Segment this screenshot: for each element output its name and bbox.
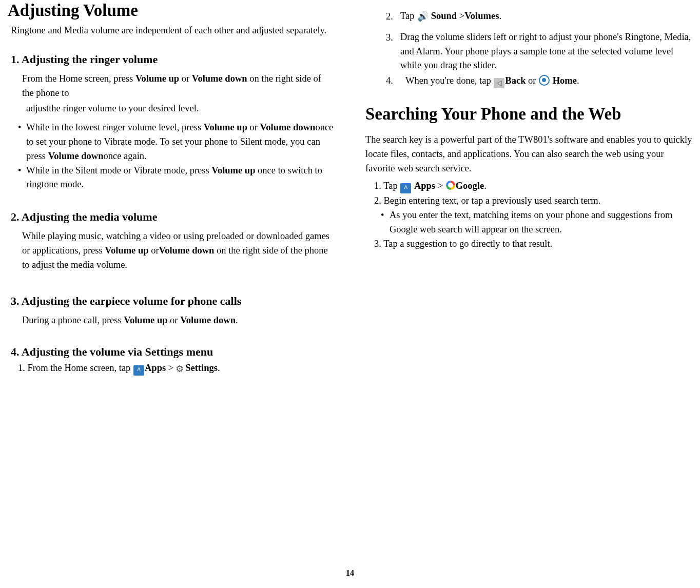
bold: Apps bbox=[414, 181, 435, 191]
bullet-item: • While in the Silent mode or Vibrate mo… bbox=[8, 164, 335, 192]
t: or bbox=[149, 245, 159, 256]
intro-left: Ringtone and Media volume are independen… bbox=[8, 24, 335, 38]
bold: Volume up bbox=[105, 245, 148, 256]
step-text: Tap 🔊 Sound >Volumes. bbox=[400, 9, 692, 24]
t: 2. Begin entering text, or tap a previou… bbox=[374, 194, 692, 208]
step-text: 3. Tap a suggestion to go directly to th… bbox=[374, 237, 692, 251]
bold: Volume up bbox=[124, 315, 167, 325]
step4-item: 4. When you're done, tap ◁Back or Home. bbox=[365, 74, 692, 88]
t: > bbox=[166, 363, 173, 373]
settings-icon: ⚙ bbox=[174, 364, 185, 374]
bullet-text: While in the Silent mode or Vibrate mode… bbox=[26, 164, 335, 192]
section4-heading: 4. Adjusting the volume via Settings men… bbox=[8, 343, 335, 360]
t: 1. Tap bbox=[374, 181, 400, 191]
t: or bbox=[179, 73, 192, 84]
bold: Volume up bbox=[211, 165, 255, 175]
t: . bbox=[577, 75, 579, 86]
t: Tap bbox=[400, 11, 417, 21]
bullet-text: As you enter the text, matching items on… bbox=[390, 208, 692, 237]
bullet-item: • While in the lowest ringer volume leve… bbox=[8, 121, 335, 163]
section2-para: While playing music, watching a video or… bbox=[8, 229, 335, 272]
step2-item: 2. Tap 🔊 Sound >Volumes. bbox=[365, 9, 692, 24]
main-heading-right: Searching Your Phone and the Web bbox=[365, 104, 692, 125]
bullet-dot: • bbox=[18, 121, 26, 163]
bold: Volume down bbox=[48, 151, 104, 161]
section1-para: From the Home screen, press Volume up or… bbox=[8, 72, 335, 101]
t: > bbox=[435, 181, 443, 191]
step-num: 2. bbox=[386, 9, 400, 24]
main-heading-left: Adjusting Volume bbox=[8, 0, 335, 21]
bold: Volume down bbox=[260, 122, 316, 132]
bold: Back bbox=[505, 75, 526, 86]
section1-heading: 1. Adjusting the ringer volume bbox=[8, 51, 335, 68]
t: or bbox=[526, 75, 538, 86]
google-icon bbox=[446, 181, 455, 190]
step3-item: 3. Drag the volume sliders left or right… bbox=[365, 30, 692, 73]
bold: Sound bbox=[431, 11, 457, 21]
search-step3: 3. Tap a suggestion to go directly to th… bbox=[365, 237, 692, 251]
t: . bbox=[499, 11, 501, 21]
bold: Volume down bbox=[192, 73, 247, 84]
section2-heading: 2. Adjusting the media volume bbox=[8, 208, 335, 225]
step-num: 3. bbox=[386, 30, 400, 45]
bold: Volume down bbox=[159, 245, 215, 256]
bullet-text: While in the lowest ringer volume level,… bbox=[26, 121, 335, 163]
t: . bbox=[484, 181, 487, 191]
t: While in the Silent mode or Vibrate mode… bbox=[26, 165, 211, 175]
apps-icon: ^ bbox=[133, 365, 144, 376]
search-step2: 2. Begin entering text, or tap a previou… bbox=[365, 194, 692, 208]
t: When you're done, tap bbox=[405, 75, 493, 86]
bold: Volume down bbox=[180, 315, 236, 325]
t: . bbox=[218, 363, 220, 373]
t: During a phone call, press bbox=[22, 315, 124, 325]
section3-para: During a phone call, press Volume up or … bbox=[8, 313, 335, 328]
step-text: 1. Tap ^ Apps > Google. bbox=[374, 179, 692, 193]
step-text: Drag the volume sliders left or right to… bbox=[400, 30, 692, 73]
section3-heading: 3. Adjusting the earpiece volume for pho… bbox=[8, 292, 335, 309]
search-step1: 1. Tap ^ Apps > Google. bbox=[365, 179, 692, 193]
intro-right: The search key is a powerful part of the… bbox=[365, 133, 692, 175]
bold: Volume up bbox=[204, 122, 247, 132]
bold: Settings bbox=[185, 363, 218, 373]
page-number: 14 bbox=[0, 567, 700, 579]
sound-icon: 🔊 bbox=[417, 11, 428, 22]
bullet-dot: • bbox=[18, 164, 26, 192]
t: or bbox=[167, 315, 180, 325]
t: once again. bbox=[103, 151, 146, 161]
bold: Apps bbox=[145, 363, 166, 373]
bold: Volumes bbox=[464, 11, 499, 21]
t: From the Home screen, press bbox=[22, 73, 135, 84]
step-num: 4. bbox=[386, 74, 405, 88]
bold: Google bbox=[456, 181, 484, 191]
section1-para2: adjustthe ringer volume to your desired … bbox=[8, 102, 335, 116]
apps-icon: ^ bbox=[400, 183, 411, 193]
bullet-item: • As you enter the text, matching items … bbox=[365, 208, 692, 237]
step-text: 2. Begin entering text, or tap a previou… bbox=[374, 194, 692, 208]
t: While in the lowest ringer volume level,… bbox=[26, 122, 204, 132]
bold: Volume up bbox=[135, 73, 179, 84]
t: 1. From the Home screen, tap bbox=[18, 363, 133, 373]
t: . bbox=[236, 315, 238, 325]
home-icon bbox=[539, 75, 550, 86]
back-icon: ◁ bbox=[494, 78, 504, 88]
t: or bbox=[247, 122, 260, 132]
t: > bbox=[457, 11, 464, 21]
section4-step1: 1. From the Home screen, tap ^Apps >⚙Set… bbox=[8, 361, 335, 376]
bold: Home bbox=[553, 75, 577, 86]
step-text: When you're done, tap ◁Back or Home. bbox=[405, 74, 692, 88]
bullet-dot: • bbox=[381, 208, 390, 237]
